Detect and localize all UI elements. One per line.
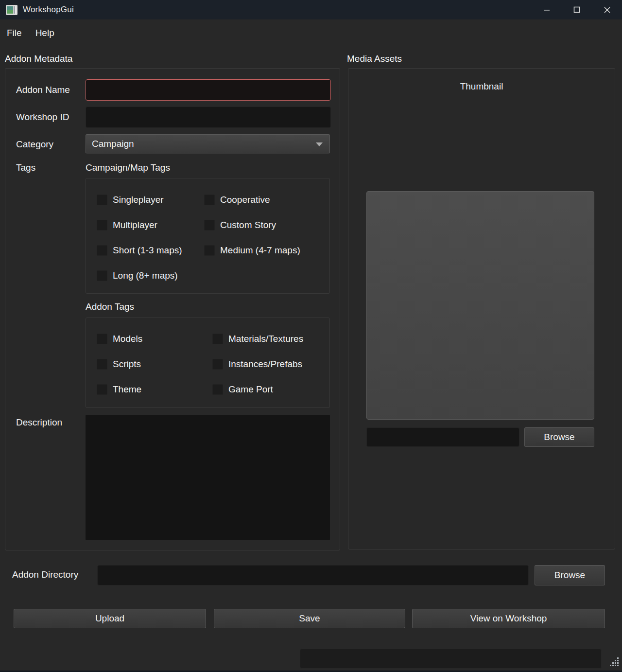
addon-name-label: Addon Name — [16, 85, 70, 95]
addon-tag-row: Instances/Prefabs — [212, 352, 330, 377]
thumbnail-browse-button[interactable]: Browse — [524, 427, 594, 447]
checkbox-game-port[interactable] — [212, 384, 223, 395]
checkbox-label: Materials/Textures — [228, 334, 303, 344]
campaign-tag-row: Singleplayer — [97, 187, 204, 212]
addon-tag-row: Theme — [97, 377, 212, 402]
checkbox-label: Custom Story — [220, 220, 276, 230]
menu-file[interactable]: File — [0, 25, 29, 41]
thumbnail-path-input[interactable] — [366, 427, 519, 447]
status-bar — [300, 649, 602, 669]
thumbnail-label: Thumbnail — [348, 81, 615, 92]
campaign-tag-row: Custom Story — [204, 212, 330, 238]
checkbox-label: Game Port — [228, 384, 273, 395]
addon-tags-title: Addon Tags — [86, 301, 134, 312]
checkbox-label: Multiplayer — [113, 220, 157, 230]
save-button[interactable]: Save — [214, 609, 405, 628]
checkbox-medium[interactable] — [204, 245, 215, 256]
category-selected-value: Campaign — [92, 139, 134, 149]
thumbnail-preview — [366, 191, 594, 420]
window-controls — [532, 0, 622, 19]
minimize-button[interactable] — [532, 0, 562, 19]
addon-directory-label: Addon Directory — [12, 569, 78, 580]
media-assets-title: Media Assets — [347, 53, 402, 64]
checkbox-materials-textures[interactable] — [212, 334, 223, 344]
checkbox-instances-prefabs[interactable] — [212, 359, 223, 370]
addon-tags-grid: Models Materials/Textures Scripts Instan… — [97, 324, 330, 402]
workshop-id-label: Workshop ID — [16, 112, 69, 123]
campaign-tags-title: Campaign/Map Tags — [86, 162, 170, 173]
checkbox-long[interactable] — [97, 270, 107, 281]
checkbox-scripts[interactable] — [97, 359, 107, 370]
view-on-workshop-button[interactable]: View on Workshop — [412, 609, 605, 628]
addon-metadata-panel: Addon Name Workshop ID Category Campaign… — [5, 68, 340, 550]
addon-tag-row: Game Port — [212, 377, 330, 402]
maximize-icon — [573, 6, 580, 13]
checkbox-cooperative[interactable] — [204, 195, 215, 205]
category-dropdown[interactable]: Campaign — [86, 134, 330, 154]
addon-directory-browse-button[interactable]: Browse — [535, 565, 605, 585]
chevron-down-icon — [316, 142, 323, 146]
checkbox-label: Medium (4-7 maps) — [220, 245, 300, 256]
menu-help[interactable]: Help — [29, 25, 61, 41]
addon-metadata-title: Addon Metadata — [5, 53, 72, 64]
checkbox-short[interactable] — [97, 245, 107, 256]
checkbox-multiplayer[interactable] — [97, 220, 107, 230]
maximize-button[interactable] — [562, 0, 592, 19]
checkbox-label: Instances/Prefabs — [228, 359, 302, 370]
description-label: Description — [16, 417, 62, 428]
workshop-id-input[interactable] — [86, 106, 331, 128]
media-assets-panel: Thumbnail Browse — [348, 68, 615, 549]
menu-bar: File Help — [0, 19, 622, 47]
close-button[interactable] — [592, 0, 622, 19]
checkbox-label: Models — [113, 334, 142, 344]
title-bar[interactable]: WorkshopGui — [0, 0, 622, 19]
workshopgui-window: WorkshopGui File Help Addon Metadata Med… — [0, 0, 622, 672]
checkbox-label: Singleplayer — [113, 195, 164, 205]
minimize-icon — [543, 6, 550, 13]
checkbox-custom-story[interactable] — [204, 220, 215, 230]
resize-grip-icon[interactable] — [608, 656, 619, 669]
checkbox-label: Theme — [113, 384, 141, 395]
addon-tag-row: Models — [97, 326, 212, 352]
tags-label: Tags — [16, 162, 35, 173]
upload-button[interactable]: Upload — [14, 609, 206, 628]
checkbox-label: Long (8+ maps) — [113, 270, 178, 281]
campaign-tag-row: Multiplayer — [97, 212, 204, 238]
addon-tag-row: Scripts — [97, 352, 212, 377]
checkbox-singleplayer[interactable] — [97, 195, 107, 205]
campaign-tag-row: Medium (4-7 maps) — [204, 238, 330, 263]
checkbox-theme[interactable] — [97, 384, 107, 395]
addon-name-input[interactable] — [86, 79, 331, 101]
campaign-tag-row: Long (8+ maps) — [97, 263, 204, 288]
addon-directory-input[interactable] — [97, 565, 529, 585]
window-title: WorkshopGui — [23, 5, 74, 15]
checkbox-label: Scripts — [113, 359, 141, 370]
description-input[interactable] — [86, 415, 330, 540]
campaign-tag-row: Cooperative — [204, 187, 330, 212]
campaign-tags-grid: Singleplayer Cooperative Multiplayer Cus… — [97, 185, 330, 288]
addon-tag-row: Materials/Textures — [212, 326, 330, 352]
category-label: Category — [16, 139, 53, 150]
checkbox-label: Short (1-3 maps) — [113, 245, 182, 256]
campaign-tag-row: Short (1-3 maps) — [97, 238, 204, 263]
checkbox-label: Cooperative — [220, 195, 270, 205]
checkbox-models[interactable] — [97, 334, 107, 344]
close-icon — [604, 6, 611, 14]
app-icon — [6, 5, 17, 15]
